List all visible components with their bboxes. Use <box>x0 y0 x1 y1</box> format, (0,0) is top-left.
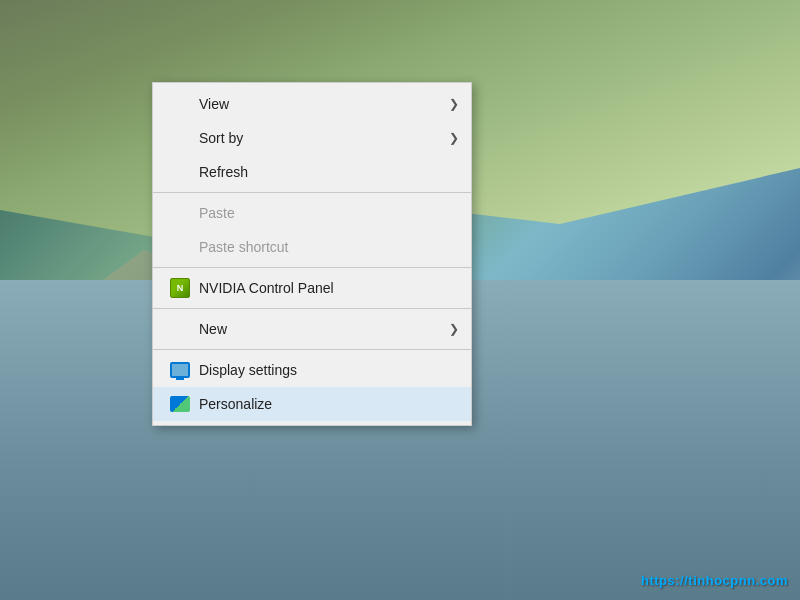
menu-item-display-settings[interactable]: Display settings <box>153 353 471 387</box>
paste-label: Paste <box>199 205 455 221</box>
refresh-icon <box>169 161 191 183</box>
sort-by-chevron: ❯ <box>449 131 459 145</box>
personalize-label: Personalize <box>199 396 455 412</box>
nvidia-label: NVIDIA Control Panel <box>199 280 455 296</box>
display-settings-icon <box>169 359 191 381</box>
refresh-label: Refresh <box>199 164 455 180</box>
menu-item-nvidia[interactable]: N NVIDIA Control Panel <box>153 271 471 305</box>
view-chevron: ❯ <box>449 97 459 111</box>
separator-1 <box>153 192 471 193</box>
nvidia-icon: N <box>169 277 191 299</box>
new-icon <box>169 318 191 340</box>
paste-icon <box>169 202 191 224</box>
display-settings-label: Display settings <box>199 362 455 378</box>
paste-shortcut-label: Paste shortcut <box>199 239 455 255</box>
watermark: https://tinhocpnn.com <box>641 573 788 588</box>
separator-3 <box>153 308 471 309</box>
view-icon <box>169 93 191 115</box>
menu-item-paste[interactable]: Paste <box>153 196 471 230</box>
sort-by-icon <box>169 127 191 149</box>
paste-shortcut-icon <box>169 236 191 258</box>
context-menu: View ❯ Sort by ❯ Refresh Paste Paste sho… <box>152 82 472 426</box>
menu-item-new[interactable]: New ❯ <box>153 312 471 346</box>
new-chevron: ❯ <box>449 322 459 336</box>
separator-2 <box>153 267 471 268</box>
menu-item-refresh[interactable]: Refresh <box>153 155 471 189</box>
menu-item-view[interactable]: View ❯ <box>153 87 471 121</box>
personalize-icon <box>169 393 191 415</box>
new-label: New <box>199 321 455 337</box>
menu-item-sort-by[interactable]: Sort by ❯ <box>153 121 471 155</box>
menu-item-personalize[interactable]: Personalize <box>153 387 471 421</box>
menu-item-paste-shortcut[interactable]: Paste shortcut <box>153 230 471 264</box>
sort-by-label: Sort by <box>199 130 455 146</box>
separator-4 <box>153 349 471 350</box>
view-label: View <box>199 96 455 112</box>
